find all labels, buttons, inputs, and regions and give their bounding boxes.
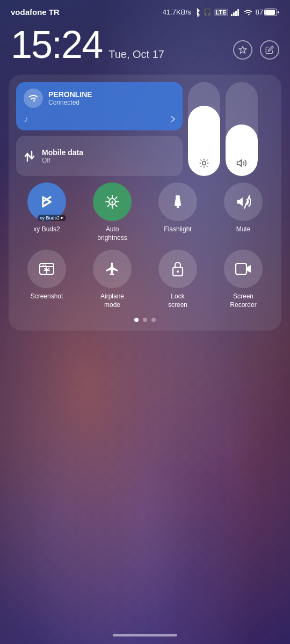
wifi-tile[interactable]: PERONLINE Connected ♪ (16, 82, 183, 130)
lock-screen-toggle-circle (158, 250, 197, 288)
svg-line-27 (115, 197, 117, 199)
wifi-status-icon (243, 9, 253, 16)
bluetooth-label: xy Buds2 (33, 225, 60, 234)
bluetooth-icon (194, 8, 200, 17)
bluetooth-toggle-circle: xy Buds2 (27, 182, 66, 221)
bluetooth-device-label: xy Buds2 (40, 215, 60, 221)
status-icons: 41.7KB/s 🎧 LTE (163, 8, 279, 17)
lte-icon: LTE (214, 9, 228, 16)
svg-rect-28 (176, 195, 180, 199)
volume-slider[interactable] (226, 82, 258, 176)
dot-3 (151, 318, 156, 322)
flashlight-label: Flashlight (164, 225, 191, 234)
svg-marker-17 (61, 217, 64, 219)
clock-time: 15:24 (11, 25, 102, 64)
mute-toggle-circle (224, 182, 263, 221)
toggle-screenshot[interactable]: Screenshot (16, 250, 77, 309)
carrier-label: vodafone TR (11, 8, 60, 17)
airplane-toggle-circle (93, 250, 132, 288)
screenshot-toggle-circle (27, 250, 66, 288)
headphones-icon: 🎧 (203, 8, 212, 16)
brightness-setting-icon[interactable] (233, 40, 252, 60)
svg-marker-16 (237, 160, 242, 166)
status-bar: vodafone TR 41.7KB/s 🎧 LTE (0, 0, 290, 20)
home-indicator[interactable] (113, 634, 177, 636)
mobile-data-info: Mobile data Off (42, 148, 83, 164)
sliders-area (188, 82, 274, 176)
svg-point-7 (202, 162, 206, 165)
wifi-tile-bottom: ♪ (24, 114, 175, 124)
wifi-icon (24, 89, 43, 108)
svg-rect-5 (265, 10, 275, 15)
screenshot-label: Screenshot (31, 292, 63, 301)
svg-line-26 (107, 205, 109, 207)
svg-line-13 (207, 166, 208, 167)
mobile-data-icon (24, 149, 35, 163)
toggle-screen-recorder[interactable]: ScreenRecorder (213, 250, 274, 309)
battery-percent: 87 (256, 8, 263, 16)
svg-line-24 (107, 197, 109, 199)
auto-brightness-toggle-circle: A (93, 182, 132, 221)
toggle-airplane[interactable]: Airplanemode (82, 250, 143, 309)
toggles-grid: xy Buds2 xy Buds2 A (16, 182, 274, 309)
svg-line-12 (201, 160, 202, 161)
mute-label: Mute (236, 225, 251, 234)
svg-line-15 (207, 160, 208, 161)
dot-1 (134, 318, 139, 322)
wifi-tile-top: PERONLINE Connected (24, 89, 175, 108)
svg-rect-1 (233, 12, 235, 16)
svg-line-14 (201, 166, 202, 167)
screen-recorder-toggle-circle (224, 250, 263, 288)
svg-rect-29 (177, 206, 179, 208)
auto-brightness-label: Autobrightness (97, 225, 127, 242)
clock-action-icons (233, 40, 279, 65)
clock-area: 15:24 Tue, Oct 17 (0, 20, 290, 65)
svg-point-36 (177, 270, 179, 273)
svg-line-25 (115, 205, 117, 207)
brightness-icon (199, 158, 209, 169)
svg-rect-0 (231, 14, 233, 16)
toggle-auto-brightness[interactable]: A Autobrightness (82, 182, 143, 242)
edit-icon[interactable] (260, 40, 279, 60)
signal-icon (231, 9, 241, 16)
screen-recorder-label: ScreenRecorder (230, 292, 256, 309)
wifi-column: PERONLINE Connected ♪ (16, 82, 183, 176)
svg-marker-30 (237, 197, 243, 206)
wifi-status: Connected (48, 99, 92, 106)
svg-marker-6 (239, 46, 246, 53)
speed-label: 41.7KB/s (163, 8, 191, 16)
toggle-flashlight[interactable]: Flashlight (147, 182, 208, 242)
clock-date: Tue, Oct 17 (108, 48, 164, 65)
wifi-arrow-icon (171, 116, 175, 122)
brightness-slider[interactable] (188, 82, 220, 176)
toggle-lock-screen[interactable]: Lockscreen (147, 250, 208, 309)
mobile-data-tile[interactable]: Mobile data Off (16, 136, 183, 176)
svg-text:A: A (110, 199, 114, 206)
music-note-icon: ♪ (24, 114, 28, 124)
toggle-bluetooth[interactable]: xy Buds2 xy Buds2 (16, 182, 77, 242)
volume-icon (236, 158, 247, 169)
page-dots (16, 318, 274, 322)
wifi-info: PERONLINE Connected (48, 90, 92, 106)
control-panel: PERONLINE Connected ♪ (9, 75, 281, 331)
wifi-ssid: PERONLINE (48, 90, 92, 99)
svg-rect-3 (237, 9, 239, 16)
svg-rect-2 (235, 11, 237, 16)
flashlight-toggle-circle (158, 182, 197, 221)
airplane-label: Airplanemode (100, 292, 124, 309)
battery-icon: 87 (256, 8, 279, 16)
mobile-data-status: Off (42, 157, 83, 164)
clock-main: 15:24 Tue, Oct 17 (11, 25, 164, 65)
top-row: PERONLINE Connected ♪ (16, 82, 274, 176)
dot-2 (143, 318, 147, 322)
bluetooth-device-badge: xy Buds2 (38, 215, 66, 221)
lock-screen-label: Lockscreen (168, 292, 187, 309)
svg-rect-37 (236, 264, 247, 274)
toggle-mute[interactable]: Mute (213, 182, 274, 242)
mobile-data-label: Mobile data (42, 148, 83, 157)
